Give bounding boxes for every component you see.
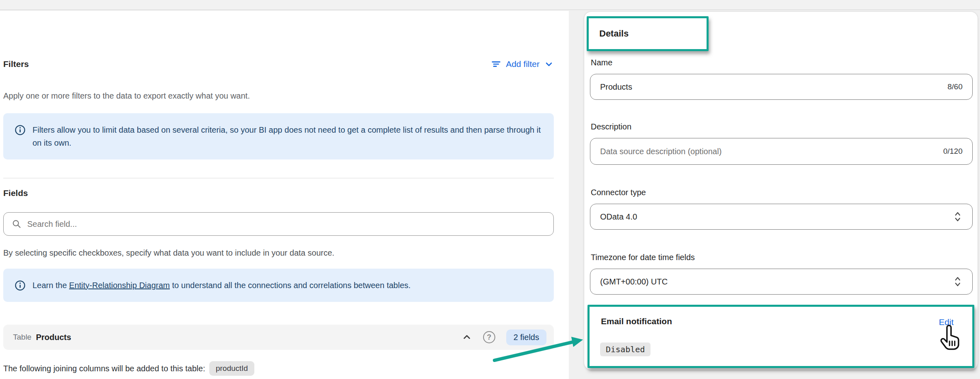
table-prefix-label: Table [13,333,31,342]
filters-info-box: Filters allow you to limit data based on… [3,113,554,159]
details-highlight-box: Details [587,16,709,51]
status-badge: Disabled [600,342,650,356]
details-title: Details [599,28,629,39]
email-notification-highlight-box: Email notification Edit Disabled [588,305,974,368]
erd-info-box: Learn the Entity-Relationship Diagram to… [3,269,554,302]
erd-info-prefix: Learn the [33,281,69,290]
name-counter: 8/60 [941,82,963,91]
joining-note-text: The following joining columns will be ad… [3,364,205,373]
name-field[interactable]: 8/60 [590,74,973,100]
select-spinner-icon [953,276,963,288]
chevron-up-icon[interactable] [462,332,472,342]
timezone-value: (GMT+00:00) UTC [600,277,668,286]
email-notification-label: Email notification [601,317,672,326]
info-icon [15,280,26,291]
table-row-products[interactable]: Table Products ? 2 fields [3,325,554,350]
select-spinner-icon [953,211,963,223]
description-counter: 0/120 [937,147,963,156]
details-card: Details Name 8/60 Description 0/120 Conn… [584,11,978,370]
name-input[interactable] [600,82,941,92]
description-field[interactable]: 0/120 [590,138,973,165]
chevron-down-icon [544,59,554,69]
filter-icon [491,59,501,69]
joining-column-chip: productId [209,361,254,376]
hand-cursor-icon [937,325,963,351]
table-name: Products [36,333,71,342]
top-strip [0,0,980,10]
filters-header: Filters Add filter [3,59,554,69]
connector-type-label: Connector type [591,188,646,197]
fields-title: Fields [3,188,554,198]
timezone-select[interactable]: (GMT+00:00) UTC [590,269,973,295]
add-filter-label: Add filter [506,59,540,69]
field-search-box[interactable] [3,212,554,236]
filters-title: Filters [3,59,29,69]
connector-type-select[interactable]: OData 4.0 [590,204,973,230]
fields-subtitle: By selecting specific checkboxes, specif… [3,248,554,258]
search-icon [12,219,22,229]
export-config-panel: Filters Add filter Apply one or more fil… [0,11,569,379]
joining-note: The following joining columns will be ad… [3,361,554,376]
annotation-arrow [486,331,587,379]
erd-info-suffix: to understand all the connections and co… [170,281,411,290]
connector-type-value: OData 4.0 [600,212,637,222]
field-search-input[interactable] [27,220,545,229]
erd-info-text: Learn the Entity-Relationship Diagram to… [33,279,411,292]
name-label: Name [591,58,612,67]
info-icon [15,125,26,136]
filters-info-text: Filters allow you to limit data based on… [33,123,542,149]
description-label: Description [591,122,631,131]
section-divider [3,178,554,179]
add-filter-button[interactable]: Add filter [491,59,554,69]
erd-link[interactable]: Entity-Relationship Diagram [69,281,170,290]
description-input[interactable] [600,147,937,156]
filters-subtitle: Apply one or more filters to the data to… [3,91,554,101]
timezone-label: Timezone for date time fields [591,253,695,262]
